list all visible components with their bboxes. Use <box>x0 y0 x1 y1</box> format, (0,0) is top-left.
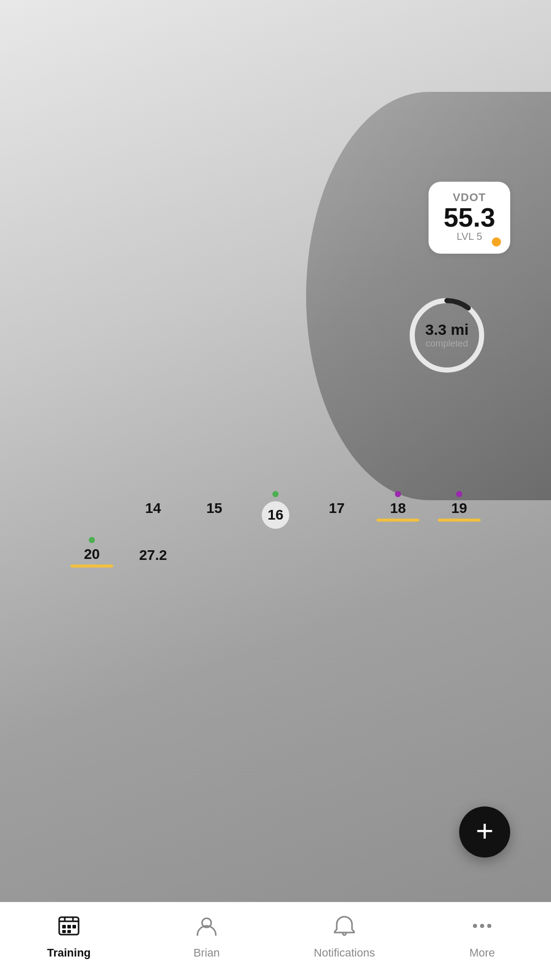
cal-underline-20 <box>70 565 113 568</box>
cal-num-18: 18 <box>390 500 406 516</box>
nav-label-training: Training <box>47 946 91 960</box>
cal-total-value: 27.2 <box>139 547 167 563</box>
cal-total-cell: 27.2 <box>122 533 184 572</box>
svg-rect-6 <box>62 925 66 928</box>
vdot-badge[interactable]: VDOT 55.3 LVL 5 <box>429 182 510 254</box>
cal-day-15[interactable]: 15 <box>184 487 245 533</box>
vdot-label: VDOT <box>443 191 496 204</box>
cal-num-19: 19 <box>451 500 467 516</box>
svg-point-13 <box>480 924 484 928</box>
nav-item-brian[interactable]: Brian <box>166 915 247 960</box>
cal-day-16[interactable]: 16 <box>245 487 306 533</box>
svg-rect-7 <box>67 925 71 928</box>
cal-num-17: 17 <box>329 500 344 516</box>
cal-num-16: 16 <box>262 501 289 529</box>
cal-dot-tot <box>150 537 156 543</box>
training-icon <box>58 915 80 942</box>
bottom-nav: Training Brian Notifications <box>0 902 551 980</box>
cal-day-17[interactable]: 17 <box>306 487 367 533</box>
cal-underline-18 <box>377 519 419 522</box>
nav-label-more: More <box>469 946 495 960</box>
nav-item-notifications[interactable]: Notifications <box>304 915 385 960</box>
cal-dot-14 <box>150 491 156 497</box>
cal-dot-18 <box>395 491 401 497</box>
cal-day-19[interactable]: 19 <box>429 487 490 533</box>
progress-ring: 3.3 mi completed <box>406 295 488 376</box>
nav-item-more[interactable]: More <box>441 915 523 960</box>
svg-rect-8 <box>72 925 76 928</box>
cal-num-14: 14 <box>145 500 161 516</box>
cal-num-20: 20 <box>84 546 99 562</box>
cal-day-20[interactable]: 20 <box>61 533 122 572</box>
progress-ring-svg <box>406 295 488 376</box>
nav-label-notifications: Notifications <box>314 946 375 960</box>
svg-point-12 <box>473 924 477 928</box>
nav-item-training[interactable]: Training <box>28 915 110 960</box>
cal-dot-20 <box>89 537 95 543</box>
svg-rect-10 <box>67 930 71 933</box>
cal-dot-16 <box>272 491 279 497</box>
vdot-level: LVL 5 <box>443 231 496 242</box>
cal-day-14[interactable]: 14 <box>122 487 184 533</box>
cal-dot-15 <box>211 491 217 497</box>
cal-num-15: 15 <box>206 500 222 516</box>
profile-icon <box>195 915 218 942</box>
cal-dot-19 <box>456 491 462 497</box>
vdot-number: 55.3 <box>443 204 496 231</box>
add-button[interactable]: + <box>459 806 510 857</box>
svg-point-14 <box>487 924 491 928</box>
cal-day-18[interactable]: 18 <box>367 487 429 533</box>
more-dots-icon <box>471 915 493 942</box>
cal-underline-19 <box>438 519 481 522</box>
plus-icon: + <box>475 816 493 846</box>
svg-rect-9 <box>62 930 66 933</box>
svg-point-0 <box>412 301 482 370</box>
bell-icon <box>333 915 356 942</box>
vdot-dot <box>492 237 501 247</box>
cal-dot-17 <box>334 491 340 497</box>
nav-label-brian: Brian <box>193 946 219 960</box>
